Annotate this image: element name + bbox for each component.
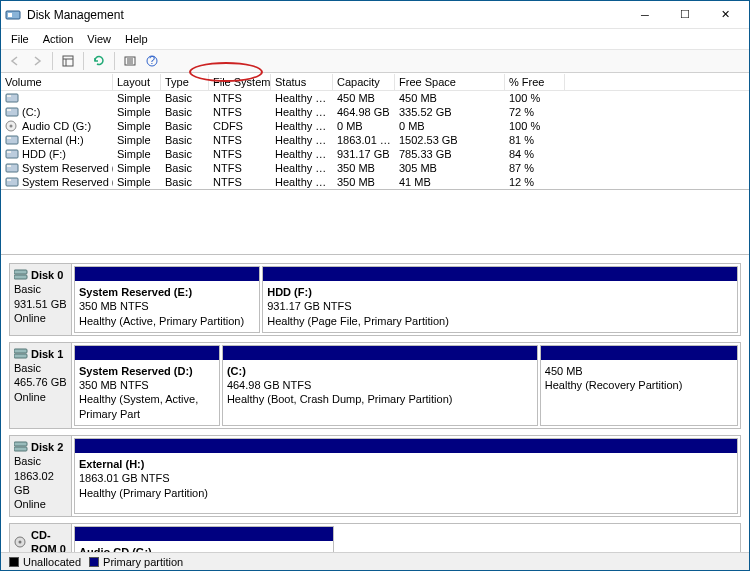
disk-info[interactable]: CD-ROM 0DVD160 MBOnline [10, 524, 72, 552]
volume-cell: 81 % [505, 133, 565, 147]
svg-rect-30 [14, 447, 27, 451]
volume-cell: 72 % [505, 105, 565, 119]
disk-row[interactable]: Disk 0Basic931.51 GBOnlineSystem Reserve… [9, 263, 741, 336]
volume-header[interactable]: VolumeLayoutTypeFile SystemStatusCapacit… [1, 74, 749, 91]
volume-row[interactable]: SimpleBasicNTFSHealthy (R...450 MB450 MB… [1, 91, 749, 105]
disk-row[interactable]: Disk 2Basic1863.02 GBOnlineExternal (H:)… [9, 435, 741, 516]
menu-file[interactable]: File [5, 31, 35, 47]
legend-unallocated-label: Unallocated [23, 556, 81, 568]
volume-cell: Healthy (P... [271, 147, 333, 161]
close-button[interactable]: ✕ [705, 1, 745, 29]
volume-cell: 1863.01 GB [333, 133, 395, 147]
volume-cell: System Reserved (... [1, 175, 113, 189]
titlebar: Disk Management ─ ☐ ✕ [1, 1, 749, 29]
column-header-6[interactable]: Free Space [395, 74, 505, 90]
disk-info[interactable]: Disk 0Basic931.51 GBOnline [10, 264, 72, 335]
partition-header [75, 346, 219, 360]
refresh-button[interactable] [89, 51, 109, 71]
partition[interactable]: Audio CD (G:)160 MB CDFSHealthy (Primary… [74, 526, 334, 552]
volume-cell: Healthy (R... [271, 91, 333, 105]
volume-cell: Audio CD (G:) [1, 119, 113, 133]
column-header-3[interactable]: File System [209, 74, 271, 90]
partition-header [541, 346, 737, 360]
partitions: System Reserved (E:)350 MB NTFSHealthy (… [72, 264, 740, 335]
unallocated-swatch [9, 557, 19, 567]
toolbar-divider [83, 52, 84, 70]
disk-graphical-view[interactable]: Disk 0Basic931.51 GBOnlineSystem Reserve… [1, 254, 749, 552]
volume-row[interactable]: (C:)SimpleBasicNTFSHealthy (B...464.98 G… [1, 105, 749, 119]
volume-list[interactable]: VolumeLayoutTypeFile SystemStatusCapacit… [1, 74, 749, 190]
volume-cell: 1502.53 GB [395, 133, 505, 147]
svg-rect-28 [14, 354, 27, 358]
column-header-4[interactable]: Status [271, 74, 333, 90]
disk-row[interactable]: CD-ROM 0DVD160 MBOnlineAudio CD (G:)160 … [9, 523, 741, 552]
menubar: FileActionViewHelp [1, 29, 749, 49]
column-header-0[interactable]: Volume [1, 74, 113, 90]
volume-cell: Healthy (P... [271, 133, 333, 147]
volume-row[interactable]: System Reserved (...SimpleBasicNTFSHealt… [1, 175, 749, 189]
column-header-5[interactable]: Capacity [333, 74, 395, 90]
menu-view[interactable]: View [81, 31, 117, 47]
svg-rect-1 [8, 13, 12, 17]
volume-cell [1, 91, 113, 105]
svg-point-16 [10, 125, 13, 128]
partition[interactable]: (C:)464.98 GB NTFSHealthy (Boot, Crash D… [222, 345, 538, 426]
settings-button[interactable] [120, 51, 140, 71]
volume-cell: System Reserved (... [1, 161, 113, 175]
volume-row[interactable]: System Reserved (...SimpleBasicNTFSHealt… [1, 161, 749, 175]
minimize-button[interactable]: ─ [625, 1, 665, 29]
app-icon [5, 7, 21, 23]
svg-rect-26 [14, 275, 27, 279]
partition-body: Audio CD (G:)160 MB CDFSHealthy (Primary… [75, 541, 333, 552]
toolbar-divider [114, 52, 115, 70]
volume-row[interactable]: HDD (F:)SimpleBasicNTFSHealthy (P...931.… [1, 147, 749, 161]
volume-cell: Basic [161, 119, 209, 133]
volume-cell: Simple [113, 147, 161, 161]
volume-cell: 931.17 GB [333, 147, 395, 161]
partition-body: System Reserved (D:)350 MB NTFSHealthy (… [75, 360, 219, 425]
volume-row[interactable]: Audio CD (G:)SimpleBasicCDFSHealthy (P..… [1, 119, 749, 133]
partitions: External (H:)1863.01 GB NTFSHealthy (Pri… [72, 436, 740, 515]
disk-row[interactable]: Disk 1Basic465.76 GBOnlineSystem Reserve… [9, 342, 741, 429]
volume-cell: Healthy (S... [271, 161, 333, 175]
svg-rect-20 [7, 151, 11, 153]
volume-cell: Healthy (B... [271, 105, 333, 119]
help-button[interactable]: ? [142, 51, 162, 71]
view-button[interactable] [58, 51, 78, 71]
volume-cell: 100 % [505, 119, 565, 133]
partition[interactable]: System Reserved (D:)350 MB NTFSHealthy (… [74, 345, 220, 426]
volume-cell: 0 MB [333, 119, 395, 133]
column-header-2[interactable]: Type [161, 74, 209, 90]
partition[interactable]: 450 MBHealthy (Recovery Partition) [540, 345, 738, 426]
disk-info[interactable]: Disk 1Basic465.76 GBOnline [10, 343, 72, 428]
volume-cell: 450 MB [333, 91, 395, 105]
volume-cell: NTFS [209, 91, 271, 105]
menu-action[interactable]: Action [37, 31, 80, 47]
maximize-button[interactable]: ☐ [665, 1, 705, 29]
partition-body: HDD (F:)931.17 GB NTFSHealthy (Page File… [263, 281, 737, 332]
volume-cell: 305 MB [395, 161, 505, 175]
legend-unallocated: Unallocated [9, 556, 81, 568]
volume-cell: Basic [161, 133, 209, 147]
partition-header [75, 267, 259, 281]
volume-cell: Basic [161, 105, 209, 119]
partition[interactable]: External (H:)1863.01 GB NTFSHealthy (Pri… [74, 438, 738, 513]
partition[interactable]: System Reserved (E:)350 MB NTFSHealthy (… [74, 266, 260, 333]
volume-cell: Simple [113, 133, 161, 147]
volume-cell: Simple [113, 105, 161, 119]
partitions: Audio CD (G:)160 MB CDFSHealthy (Primary… [72, 524, 740, 552]
volume-cell: Simple [113, 91, 161, 105]
partition[interactable]: HDD (F:)931.17 GB NTFSHealthy (Page File… [262, 266, 738, 333]
column-header-1[interactable]: Layout [113, 74, 161, 90]
volume-cell: 335.52 GB [395, 105, 505, 119]
partition-body: External (H:)1863.01 GB NTFSHealthy (Pri… [75, 453, 737, 504]
window-title: Disk Management [27, 8, 625, 22]
partition-body: (C:)464.98 GB NTFSHealthy (Boot, Crash D… [223, 360, 537, 411]
partition-header [223, 346, 537, 360]
column-header-7[interactable]: % Free [505, 74, 565, 90]
volume-row[interactable]: External (H:)SimpleBasicNTFSHealthy (P..… [1, 133, 749, 147]
disk-info[interactable]: Disk 2Basic1863.02 GBOnline [10, 436, 72, 515]
svg-text:?: ? [149, 55, 155, 66]
menu-help[interactable]: Help [119, 31, 154, 47]
volume-cell: Basic [161, 91, 209, 105]
